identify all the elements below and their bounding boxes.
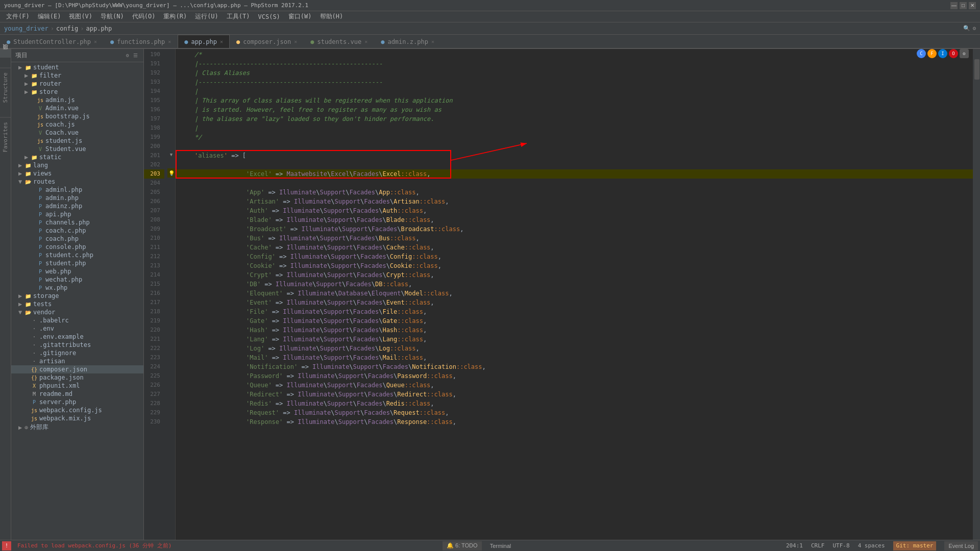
- firefox-icon[interactable]: F: [927, 49, 937, 58]
- tree-item-router[interactable]: ▶ 📁 router: [11, 80, 143, 88]
- tab-close-icon[interactable]: ✕: [220, 39, 223, 44]
- tab-functions[interactable]: ● functions.php ✕: [104, 35, 178, 48]
- menu-file[interactable]: 文件(F): [2, 11, 34, 22]
- tab-close-icon[interactable]: ✕: [168, 39, 171, 44]
- tree-item-webpack-mix[interactable]: ▶ js webpack.mix.js: [11, 414, 143, 422]
- right-scrollbar[interactable]: [973, 49, 980, 540]
- git-branch-badge[interactable]: Git: master: [893, 541, 937, 550]
- ie-icon[interactable]: I: [938, 49, 947, 58]
- tree-item-views[interactable]: ▶ 📁 views: [11, 169, 143, 178]
- tree-item-adminl-php[interactable]: ▶ P adminl.php: [11, 186, 143, 194]
- todo-panel-button[interactable]: 🔔 6: TODO: [443, 541, 482, 550]
- tree-item-student-c-php[interactable]: ▶ P student.c.php: [11, 251, 143, 259]
- tree-item-wechat-php[interactable]: ▶ P wechat.php: [11, 276, 143, 284]
- minimize-button[interactable]: —: [950, 2, 958, 9]
- terminal-button[interactable]: Terminal: [486, 541, 516, 550]
- tree-item-artisan[interactable]: ▶ · artisan: [11, 357, 143, 365]
- breadcrumb-file[interactable]: app.php: [86, 25, 112, 32]
- menu-refactor[interactable]: 重构(R): [159, 11, 191, 22]
- chevron-right-icon: ▶: [18, 424, 24, 431]
- tree-item-webpack-config[interactable]: ▶ js webpack.config.js: [11, 406, 143, 414]
- left-tab-favorites[interactable]: Favorites: [0, 117, 11, 157]
- tree-item-filter[interactable]: ▶ 📁 filter: [11, 71, 143, 80]
- tab-app-php[interactable]: ● app.php ✕: [178, 35, 230, 48]
- tree-item-student-vue[interactable]: ▶ V Student.vue: [11, 145, 143, 153]
- menu-code[interactable]: 代码(O): [128, 11, 160, 22]
- bulb-icon[interactable]: 💡: [168, 170, 175, 176]
- tree-item-env[interactable]: ▶ · .env: [11, 324, 143, 333]
- tree-item-vendor[interactable]: ▼ 📂 vendor: [11, 308, 143, 316]
- tree-item-student-php[interactable]: ▶ P student.php: [11, 259, 143, 267]
- code-line-223: 'Mail' => Illuminate\Support\Facades\Mai…: [176, 353, 973, 362]
- chevron-down-icon: ▼: [18, 178, 24, 185]
- maximize-button[interactable]: □: [960, 2, 967, 9]
- tree-item-lang[interactable]: ▶ 📁 lang: [11, 161, 143, 169]
- left-tab-project[interactable]: 项目: [0, 49, 11, 58]
- tab-close-icon[interactable]: ✕: [364, 39, 368, 44]
- tree-item-channels-php[interactable]: ▶ P channels.php: [11, 218, 143, 227]
- tree-item-external-libs[interactable]: ▶ ⊕ 外部库: [11, 422, 143, 432]
- tree-item-console-php[interactable]: ▶ P console.php: [11, 243, 143, 251]
- tree-item-coach-php[interactable]: ▶ P coach.php: [11, 235, 143, 243]
- tree-item-static[interactable]: ▶ 📁 static: [11, 153, 143, 161]
- tree-item-coach-c-php[interactable]: ▶ P coach.c.php: [11, 227, 143, 235]
- tree-item-readme-md[interactable]: ▶ M readme.md: [11, 390, 143, 398]
- tree-item-gitignore[interactable]: ▶ · .gitignore: [11, 349, 143, 357]
- menu-nav[interactable]: 导航(N): [96, 11, 128, 22]
- tree-item-api-php[interactable]: ▶ P api.php: [11, 210, 143, 218]
- tree-item-package-json[interactable]: ▶ {} package.json: [11, 373, 143, 382]
- tree-item-coach-js[interactable]: ▶ js coach.js: [11, 120, 143, 129]
- tree-item-wx-php[interactable]: ▶ P wx.php: [11, 284, 143, 292]
- tree-item-composer-json[interactable]: ▶ {} composer.json: [11, 365, 143, 373]
- tree-item-env-example[interactable]: ▶ · .env.example: [11, 333, 143, 341]
- tree-item-tests[interactable]: ▶ 📁 tests: [11, 300, 143, 308]
- tree-item-babelrc[interactable]: ▶ · .babelrc: [11, 316, 143, 324]
- toolbar-settings-icon[interactable]: ⚙: [972, 25, 976, 32]
- panel-settings-icon[interactable]: ⚙: [125, 52, 131, 59]
- tree-item-student-js[interactable]: ▶ js student.js: [11, 137, 143, 145]
- tab-students-vue[interactable]: ● students.vue ✕: [304, 35, 374, 48]
- close-button[interactable]: ✕: [969, 2, 976, 9]
- breadcrumb-root[interactable]: young_driver: [4, 25, 48, 32]
- event-log-button[interactable]: Event Log: [944, 541, 978, 550]
- tab-close-icon[interactable]: ✕: [294, 39, 297, 44]
- tree-item-phpunit-xml[interactable]: ▶ X phpunit.xml: [11, 382, 143, 390]
- php-debug-icon[interactable]: ⚙: [960, 49, 969, 58]
- left-tab-structure[interactable]: Structure: [0, 68, 11, 107]
- fold-arrow-icon[interactable]: ▼: [170, 152, 173, 157]
- tree-item-routes[interactable]: ▼ 📂 routes: [11, 178, 143, 186]
- toolbar-search-icon[interactable]: 🔍: [963, 25, 970, 32]
- tree-item-student[interactable]: ▶ 📁 student: [11, 63, 143, 71]
- tab-composer-json[interactable]: ● composer.json ✕: [230, 35, 304, 48]
- tree-item-bootstrap-js[interactable]: ▶ js bootstrap.js: [11, 112, 143, 120]
- menu-vcs[interactable]: VCS(S): [254, 12, 284, 21]
- chrome-icon[interactable]: C: [917, 49, 926, 58]
- code-container[interactable]: 190 191 192 193 194 195 196 197 198 199 …: [144, 49, 980, 540]
- tab-close-icon[interactable]: ✕: [94, 39, 97, 44]
- tab-admin-z-php[interactable]: ● admin.z.php ✕: [374, 35, 441, 48]
- tab-student-controller[interactable]: ● StudentController.php ✕: [0, 35, 104, 48]
- tree-item-store[interactable]: ▶ 📁 store: [11, 88, 143, 96]
- menu-run[interactable]: 运行(U): [191, 11, 223, 22]
- tree-item-web-php[interactable]: ▶ P web.php: [11, 267, 143, 276]
- tree-item-server-php[interactable]: ▶ P server.php: [11, 398, 143, 406]
- tree-item-gitattributes[interactable]: ▶ · .gitattributes: [11, 341, 143, 349]
- menu-edit[interactable]: 编辑(E): [34, 11, 65, 22]
- window-controls[interactable]: — □ ✕: [950, 2, 976, 9]
- tree-item-admin-php[interactable]: ▶ P admin.php: [11, 194, 143, 202]
- menu-view[interactable]: 视图(V): [65, 11, 96, 22]
- menu-help[interactable]: 帮助(H): [316, 11, 348, 22]
- tree-item-admin-vue[interactable]: ▶ V Admin.vue: [11, 104, 143, 112]
- code-line-199: */: [176, 133, 973, 142]
- menu-tools[interactable]: 工具(T): [223, 11, 254, 22]
- tab-close-icon[interactable]: ✕: [431, 39, 434, 44]
- opera-icon[interactable]: O: [949, 49, 958, 58]
- tree-item-coach-vue[interactable]: ▶ V Coach.vue: [11, 129, 143, 137]
- tree-item-storage[interactable]: ▶ 📁 storage: [11, 292, 143, 300]
- tree-item-adminz-php[interactable]: ▶ P adminz.php: [11, 202, 143, 210]
- tree-item-admin-js[interactable]: ▶ js admin.js: [11, 96, 143, 104]
- menu-window[interactable]: 窗口(W): [284, 11, 316, 22]
- code-editor[interactable]: /* |------------------------------------…: [176, 49, 973, 540]
- panel-layout-icon[interactable]: ☰: [132, 52, 139, 59]
- breadcrumb-config[interactable]: config: [56, 25, 78, 32]
